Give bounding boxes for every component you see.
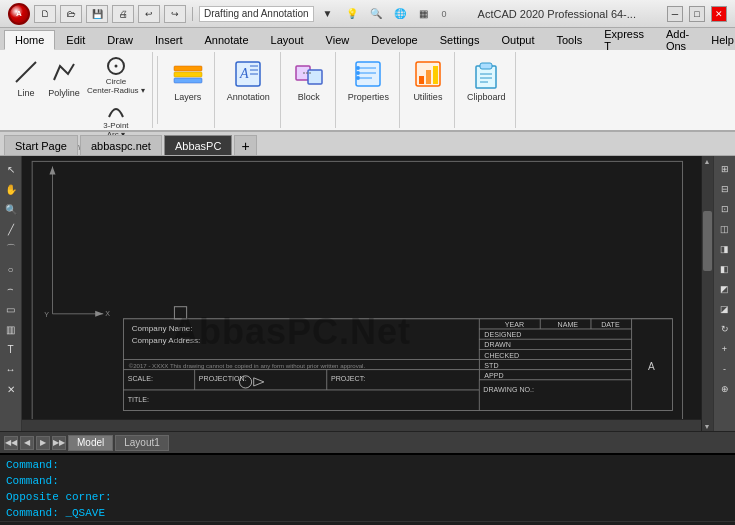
arc-icon	[105, 99, 127, 121]
view-3d-sw[interactable]: ⊞	[716, 160, 734, 178]
tab-output[interactable]: Output	[490, 30, 545, 50]
zoom-in-tool[interactable]: +	[716, 340, 734, 358]
layers-tool[interactable]: Layers	[166, 54, 210, 106]
cmd-prompt-2: Command:	[6, 475, 59, 487]
tab-layout[interactable]: Layout	[260, 30, 315, 50]
maximize-btn[interactable]: □	[689, 6, 705, 22]
ribbon-group-properties: Properties	[338, 52, 400, 128]
view-back[interactable]: ◩	[716, 280, 734, 298]
circle-tool-left[interactable]: ○	[2, 260, 20, 278]
svg-text:DRAWING NO.:: DRAWING NO.:	[483, 386, 534, 394]
view-right[interactable]: ◨	[716, 240, 734, 258]
arc-tool-left[interactable]: ⌢	[2, 280, 20, 298]
line-tool-left[interactable]: ╱	[2, 220, 20, 238]
orbit-tool[interactable]: ↻	[716, 320, 734, 338]
view-top[interactable]: ⊡	[716, 200, 734, 218]
nav-prev[interactable]: ◀	[20, 436, 34, 450]
utilities-tool[interactable]: Utilities	[406, 54, 450, 106]
open-btn[interactable]: 🗁	[60, 5, 82, 23]
scroll-horizontal[interactable]	[22, 419, 701, 431]
svg-point-2	[114, 65, 117, 68]
annotation-tool[interactable]: A Annotation	[221, 54, 276, 106]
tab-addons[interactable]: Add-Ons	[655, 30, 700, 50]
scroll-up[interactable]: ▲	[702, 156, 712, 166]
save-btn[interactable]: 💾	[86, 5, 108, 23]
title-bar-title: ActCAD 2020 Professional 64-...	[478, 8, 636, 20]
arc-tool[interactable]: 3-PointArc ▾	[84, 98, 148, 140]
doc-tab-abbaspc[interactable]: AbbasPC	[164, 135, 232, 155]
pan-tool[interactable]: ✋	[2, 180, 20, 198]
svg-text:A: A	[239, 66, 249, 81]
nav-first[interactable]: ◀◀	[4, 436, 18, 450]
tab-edit[interactable]: Edit	[55, 30, 96, 50]
ribbon-group-block: Block	[283, 52, 336, 128]
select-tool[interactable]: ↖	[2, 160, 20, 178]
undo-btn[interactable]: ↩	[138, 5, 160, 23]
title-bar-left: A 🗋 🗁 💾 🖨 ↩ ↪ Drafting and Annotation ▼ …	[8, 3, 447, 25]
tab-view[interactable]: View	[315, 30, 361, 50]
erase-tool-left[interactable]: ✕	[2, 380, 20, 398]
tab-annotate[interactable]: Annotate	[194, 30, 260, 50]
layout1-tab[interactable]: Layout1	[115, 435, 169, 451]
view-left[interactable]: ◧	[716, 260, 734, 278]
model-tab[interactable]: Model	[68, 435, 113, 451]
tab-develope[interactable]: Develope	[360, 30, 428, 50]
svg-text:TITLE:: TITLE:	[128, 396, 149, 404]
properties-label: Properties	[348, 92, 389, 102]
doc-tab-startpage[interactable]: Start Page	[4, 135, 78, 155]
tab-insert[interactable]: Insert	[144, 30, 194, 50]
new-btn[interactable]: 🗋	[34, 5, 56, 23]
hatch-tool-left[interactable]: ▥	[2, 320, 20, 338]
clipboard-tool[interactable]: Clipboard	[461, 54, 512, 106]
view-front[interactable]: ◫	[716, 220, 734, 238]
left-toolbar: ↖ ✋ 🔍 ╱ ⌒ ○ ⌢ ▭ ▥ T ↔ ✕	[0, 156, 22, 431]
doc-tab-add[interactable]: +	[234, 135, 256, 155]
doc-tab-abbaspc-net[interactable]: abbaspc.net	[80, 135, 162, 155]
svg-point-20	[356, 76, 360, 80]
tab-help[interactable]: Help	[700, 30, 735, 50]
scroll-vertical[interactable]: ▲ ▼	[701, 156, 713, 431]
close-btn[interactable]: ✕	[711, 6, 727, 22]
zoom-fit-tool[interactable]: ⊕	[716, 380, 734, 398]
tab-settings[interactable]: Settings	[429, 30, 491, 50]
scroll-down[interactable]: ▼	[702, 421, 712, 431]
polyline-icon	[48, 56, 80, 88]
zoom-tool[interactable]: 🔍	[2, 200, 20, 218]
cmd-line-3: Opposite corner:	[6, 489, 729, 505]
minimize-btn[interactable]: ─	[667, 6, 683, 22]
clipboard-content: Clipboard	[461, 54, 512, 126]
circle-icon	[105, 55, 127, 77]
nav-next[interactable]: ▶	[36, 436, 50, 450]
zoom-out-tool[interactable]: -	[716, 360, 734, 378]
text-tool-left[interactable]: T	[2, 340, 20, 358]
tab-home[interactable]: Home	[4, 30, 55, 50]
redo-btn[interactable]: ↪	[164, 5, 186, 23]
workspace-dropdown[interactable]: Drafting and Annotation	[199, 6, 314, 22]
line-tool[interactable]: Line	[8, 54, 44, 100]
block-tool[interactable]: Block	[287, 54, 331, 106]
search-btn[interactable]: 🔍	[366, 5, 386, 23]
tab-draw[interactable]: Draw	[96, 30, 144, 50]
polyline-tool[interactable]: Polyline	[46, 54, 82, 100]
tab-expresst[interactable]: Express T	[593, 30, 655, 50]
dim-tool-left[interactable]: ↔	[2, 360, 20, 378]
tab-tools[interactable]: Tools	[546, 30, 594, 50]
view-bottom[interactable]: ◪	[716, 300, 734, 318]
properties-tool[interactable]: Properties	[342, 54, 395, 106]
svg-text:YEAR: YEAR	[505, 321, 524, 329]
light-bulb[interactable]: 💡	[342, 5, 362, 23]
print-btn[interactable]: 🖨	[112, 5, 134, 23]
cmd-prompt-4: Command: _QSAVE	[6, 507, 105, 519]
workspace-arrow[interactable]: ▼	[318, 5, 338, 23]
rect-tool-left[interactable]: ▭	[2, 300, 20, 318]
nav-last[interactable]: ▶▶	[52, 436, 66, 450]
properties-icon	[352, 58, 384, 90]
scroll-thumb-v[interactable]	[703, 211, 712, 271]
circle-tool[interactable]: CircleCenter-Radius ▾	[84, 54, 148, 96]
polyline-tool-left[interactable]: ⌒	[2, 240, 20, 258]
flag-btn[interactable]: ▦	[414, 5, 434, 23]
view-3d-ne[interactable]: ⊟	[716, 180, 734, 198]
svg-text:DATE: DATE	[601, 321, 620, 329]
globe-btn[interactable]: 🌐	[390, 5, 410, 23]
count-label: 0	[442, 9, 447, 19]
